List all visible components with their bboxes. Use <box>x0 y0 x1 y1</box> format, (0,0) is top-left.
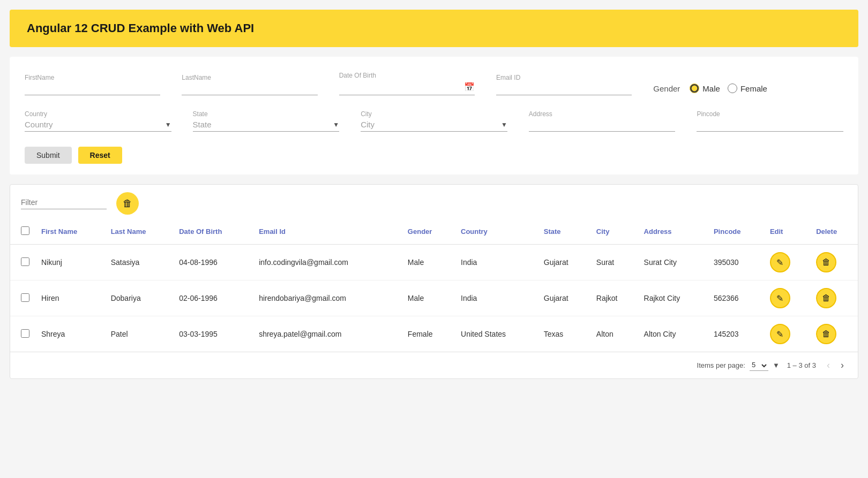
pincode-field: Pincode <box>697 110 843 132</box>
header-pincode: Pincode <box>708 219 765 245</box>
table-row: Nikunj Satasiya 04-08-1996 info.codingvi… <box>10 245 858 280</box>
row-checkbox-cell <box>10 316 36 352</box>
dob-label: Date Of Birth <box>339 72 475 79</box>
row-edit-cell: ✎ <box>765 316 811 352</box>
edit-button-2[interactable]: ✎ <box>770 324 790 344</box>
gender-male-option[interactable]: Male <box>690 84 720 93</box>
header-lastname: Last Name <box>106 219 174 245</box>
row-checkbox-cell <box>10 280 36 316</box>
country-dropdown-icon: ▼ <box>165 121 171 128</box>
table-section: 🗑 First Name Last Name Date Of Birth Ema… <box>10 184 858 379</box>
row-lastname: Patel <box>106 316 174 352</box>
pincode-label: Pincode <box>697 110 843 118</box>
row-pincode: 395030 <box>708 245 765 280</box>
header-city: City <box>591 219 639 245</box>
row-delete-cell: 🗑 <box>811 280 858 316</box>
table-row: Hiren Dobariya 02-06-1996 hirendobariya@… <box>10 280 858 316</box>
row-email: hirendobariya@gmail.com <box>253 280 402 316</box>
delete-button-0[interactable]: 🗑 <box>816 252 836 272</box>
header-email: Email Id <box>253 219 402 245</box>
row-country: United States <box>455 316 538 352</box>
row-state: Gujarat <box>538 245 591 280</box>
reset-button[interactable]: Reset <box>78 147 122 164</box>
dob-input[interactable] <box>339 81 464 93</box>
row-email: info.codingvila@gmail.com <box>253 245 402 280</box>
edit-button-0[interactable]: ✎ <box>770 252 790 272</box>
row-edit-cell: ✎ <box>765 245 811 280</box>
submit-button[interactable]: Submit <box>25 147 72 164</box>
row-checkbox-1[interactable] <box>21 293 29 302</box>
row-email: shreya.patel@gmail.com <box>253 316 402 352</box>
delete-button-1[interactable]: 🗑 <box>816 288 836 308</box>
row-city: Alton <box>591 316 639 352</box>
next-page-button[interactable]: › <box>837 358 847 373</box>
trash-icon: 🗑 <box>123 198 132 209</box>
table-header: First Name Last Name Date Of Birth Email… <box>10 219 858 245</box>
row-country: India <box>455 245 538 280</box>
row-checkbox-2[interactable] <box>21 329 29 338</box>
city-field: City City Surat Rajkot Alton ▼ <box>361 110 507 132</box>
header-address: Address <box>639 219 708 245</box>
state-label: State <box>193 110 340 118</box>
lastname-input[interactable] <box>182 84 317 95</box>
form-row-2: Country Country India United States ▼ St… <box>25 110 843 132</box>
items-per-page-select[interactable]: 5 10 25 <box>750 360 768 371</box>
items-per-page-label: Items per page: <box>697 361 745 369</box>
email-label: Email ID <box>496 74 632 81</box>
firstname-input[interactable] <box>25 84 160 95</box>
state-field: State State Gujarat Texas ▼ <box>193 110 340 132</box>
row-address: Rajkot City <box>639 280 708 316</box>
address-label: Address <box>529 110 676 118</box>
dob-field: Date Of Birth 📅 <box>339 72 475 95</box>
gender-male-radio[interactable] <box>690 84 699 93</box>
gender-male-label: Male <box>702 84 720 93</box>
gender-label: Gender <box>653 84 680 93</box>
firstname-label: FirstName <box>25 74 160 81</box>
city-dropdown-icon: ▼ <box>501 121 507 128</box>
row-delete-cell: 🗑 <box>811 245 858 280</box>
prev-page-button[interactable]: ‹ <box>824 358 833 373</box>
gender-female-option[interactable]: Female <box>728 84 767 93</box>
row-gender: Male <box>402 245 455 280</box>
row-country: India <box>455 280 538 316</box>
form-row-1: FirstName LastName Date Of Birth 📅 Email… <box>25 72 843 95</box>
filter-section: 🗑 <box>10 185 858 219</box>
country-select[interactable]: Country India United States <box>25 120 165 129</box>
button-row: Submit Reset <box>25 147 843 164</box>
row-address: Surat City <box>639 245 708 280</box>
row-checkbox-0[interactable] <box>21 257 29 266</box>
email-input[interactable] <box>496 84 632 95</box>
items-per-page: Items per page: 5 10 25 ▼ <box>697 360 780 371</box>
email-field: Email ID <box>496 74 632 95</box>
country-field: Country Country India United States ▼ <box>25 110 171 132</box>
header-checkbox-col <box>10 219 36 245</box>
app-title: Angular 12 CRUD Example with Web API <box>27 21 841 35</box>
filter-input[interactable] <box>21 198 107 209</box>
row-dob: 04-08-1996 <box>174 245 253 280</box>
gender-female-radio[interactable] <box>728 84 737 93</box>
row-city: Rajkot <box>591 280 639 316</box>
row-firstname: Nikunj <box>36 245 106 280</box>
state-select[interactable]: State Gujarat Texas <box>193 120 333 129</box>
country-label: Country <box>25 110 171 118</box>
table-row: Shreya Patel 03-03-1995 shreya.patel@gma… <box>10 316 858 352</box>
lastname-field: LastName <box>182 74 317 95</box>
page-range: 1 – 3 of 3 <box>787 361 816 369</box>
address-input[interactable] <box>529 120 676 132</box>
row-delete-cell: 🗑 <box>811 316 858 352</box>
row-gender: Female <box>402 316 455 352</box>
state-dropdown-icon: ▼ <box>333 121 339 128</box>
pagination-row: Items per page: 5 10 25 ▼ 1 – 3 of 3 ‹ › <box>10 352 858 378</box>
delete-all-button[interactable]: 🗑 <box>116 192 139 215</box>
header-gender: Gender <box>402 219 455 245</box>
pincode-input[interactable] <box>697 120 843 132</box>
row-address: Alton City <box>639 316 708 352</box>
delete-button-2[interactable]: 🗑 <box>816 324 836 344</box>
edit-button-1[interactable]: ✎ <box>770 288 790 308</box>
table-body: Nikunj Satasiya 04-08-1996 info.codingvi… <box>10 245 858 352</box>
header-firstname: First Name <box>36 219 106 245</box>
row-state: Gujarat <box>538 280 591 316</box>
calendar-icon[interactable]: 📅 <box>464 82 475 92</box>
select-all-checkbox[interactable] <box>21 226 29 235</box>
city-select[interactable]: City Surat Rajkot Alton <box>361 120 501 129</box>
